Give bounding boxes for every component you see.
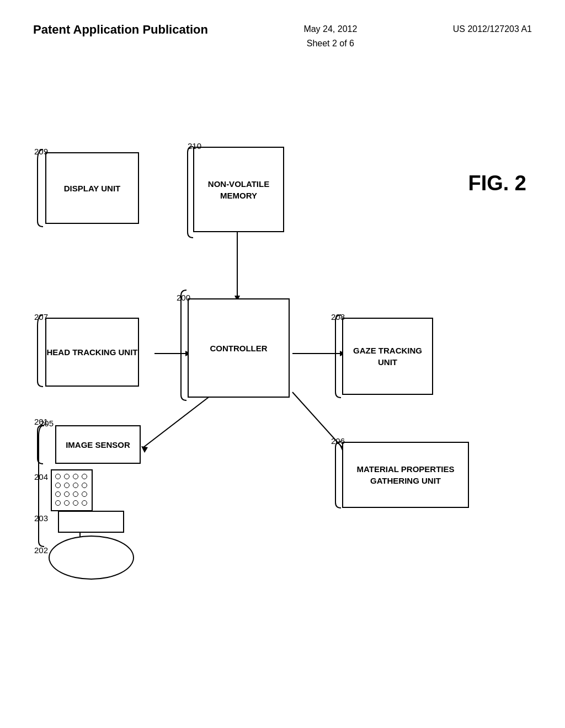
figure-label: FIG. 2 [468,172,526,195]
ref-201: 201 [34,417,48,426]
dot [73,483,78,488]
dot [82,491,87,497]
dot [55,483,61,488]
controller-box: CONTROLLER [188,298,290,398]
display-unit-box: DISPLAY UNIT [45,152,139,224]
dot [73,491,78,497]
dot [82,474,87,479]
page-header: Patent Application Publication May 24, 2… [0,0,565,50]
gaze-tracking-unit-box: GAZE TRACKING UNIT [342,318,433,395]
ref-207: 207 [34,312,48,322]
dot [82,483,87,488]
dot [64,474,70,479]
non-volatile-memory-box: NON-VOLATILE MEMORY [193,147,284,232]
publication-title: Patent Application Publication [33,22,208,38]
svg-line-6 [143,392,215,447]
head-tracking-unit-box: HEAD TRACKING UNIT [45,318,139,387]
diagram-area: FIG. 2 [0,61,565,695]
ref-204: 204 [34,472,48,481]
dot [82,500,87,506]
material-properties-box: MATERIAL PROPERTIES GATHERING UNIT [342,442,469,508]
ref-210: 210 [188,141,201,151]
ref-203: 203 [34,513,48,523]
dot [64,500,70,506]
camera-lens-rect [58,511,124,533]
dot [73,474,78,479]
ref-206: 206 [331,436,345,446]
dot [73,500,78,506]
camera-body-ellipse [49,536,134,580]
ref-200: 200 [177,293,190,302]
dot [55,491,61,497]
ref-209: 209 [34,147,48,156]
dots-grid [52,470,92,510]
dot [64,491,70,497]
dots-grid-box [51,469,93,511]
publication-date-sheet: May 24, 2012 Sheet 2 of 6 [303,22,357,50]
dot [64,483,70,488]
dot [55,500,61,506]
ref-208: 208 [331,312,345,322]
ref-202: 202 [34,545,48,555]
image-sensor-box: IMAGE SENSOR [55,425,141,464]
dot [55,474,61,479]
publication-number: US 2012/127203 A1 [453,22,532,36]
svg-marker-7 [141,446,148,453]
